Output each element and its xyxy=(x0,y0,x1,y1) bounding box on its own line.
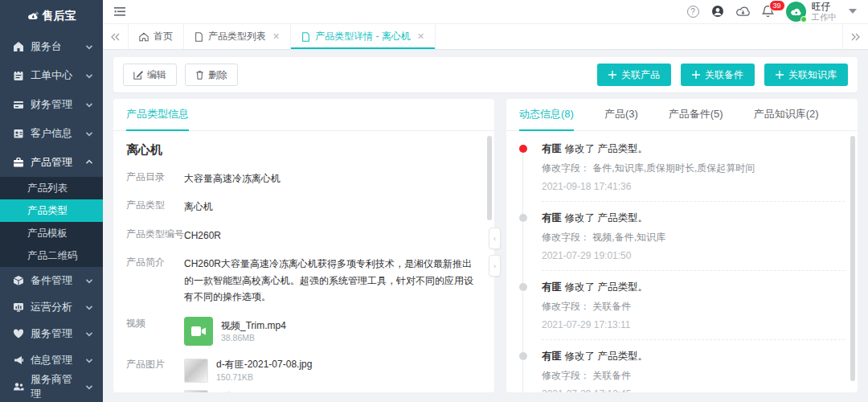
sidebar-subitem-product-list[interactable]: 产品列表 xyxy=(0,177,103,199)
cloud-wrench-logo-icon xyxy=(27,10,39,22)
cloud-download-icon[interactable] xyxy=(736,6,750,17)
sidebar-subitem-product-type[interactable]: 产品类型 xyxy=(0,199,103,222)
sidebar-subitem-product-qrcode[interactable]: 产品二维码 xyxy=(0,244,103,267)
image-thumbnail xyxy=(184,359,208,383)
chevron-down-icon xyxy=(84,41,95,52)
tab-close-icon[interactable]: ✕ xyxy=(272,31,280,42)
sidebar-item-service-mgmt[interactable]: 服务管理 xyxy=(0,320,103,347)
collapse-right-icon[interactable]: › xyxy=(489,255,501,277)
chevron-down-icon xyxy=(84,128,95,139)
users-icon xyxy=(13,381,24,392)
tabs-scroll-left-icon[interactable] xyxy=(103,24,129,49)
activity-user: 有匪 xyxy=(542,351,562,362)
app-window: 售后宝 服务台 工单中心 财务管理 客户信息 产品管理 产品列表 xyxy=(0,0,868,402)
sidebar-item-label: 产品管理 xyxy=(31,155,72,170)
right-panel-scrollbar[interactable] xyxy=(850,136,855,381)
video-row: 视频 视频_Trim.mp4 38.86MB xyxy=(126,317,481,346)
tab-activity[interactable]: 动态信息(8) xyxy=(519,107,574,130)
activity-fields: 修改字段： 备件,知识库,质保期时长,质保起算时间 xyxy=(542,162,845,175)
sidebar-item-label: 信息管理 xyxy=(31,353,72,367)
collapse-left-icon[interactable]: ‹ xyxy=(489,228,501,249)
briefcase-icon xyxy=(13,157,24,168)
tab-product-type-info[interactable]: 产品类型信息 xyxy=(126,107,189,130)
timeline-dot xyxy=(519,283,527,291)
sidebar-item-analytics[interactable]: 运营分析 xyxy=(0,293,103,320)
delete-button[interactable]: 删除 xyxy=(185,64,238,86)
product-type-info-panel: 产品类型信息 离心机 产品目录 大容量高速冷冻离心机 产品类型 离心机 xyxy=(113,99,494,392)
chevron-down-icon xyxy=(84,302,95,313)
tab-product-type-detail[interactable]: 产品类型详情 - 离心机 ✕ xyxy=(291,24,436,49)
notifications-bell-icon[interactable]: 39 xyxy=(762,5,774,18)
document-icon xyxy=(194,32,203,42)
plus-icon xyxy=(776,71,784,79)
activity-fields: 修改字段： 视频,备件,知识库 xyxy=(542,231,845,244)
sidebar-item-finance[interactable]: 财务管理 xyxy=(0,90,103,119)
activity-entry: 有匪 修改了 产品类型。 修改字段： 关联备件 2021-07-29 17:12… xyxy=(519,350,845,392)
activity-entry: 有匪 修改了 产品类型。 修改字段： 备件,知识库,质保期时长,质保起算时间 2… xyxy=(519,142,845,202)
chevron-down-icon xyxy=(84,70,95,81)
toolbar-right-group: 关联产品 关联备件 关联知识库 xyxy=(588,64,848,86)
plus-icon xyxy=(692,71,700,79)
notification-badge: 39 xyxy=(769,0,785,11)
sidebar-item-label: 客户信息 xyxy=(31,126,72,141)
timeline-dot xyxy=(519,214,527,222)
tab-home[interactable]: 首页 xyxy=(129,24,184,49)
page-tabs: 首页 产品类型列表 ✕ 产品类型详情 - 离心机 ✕ xyxy=(103,24,868,50)
panel-splitter: ‹ › xyxy=(489,228,501,277)
field-row: 产品类型编号 CH260R xyxy=(126,228,481,244)
activity-panel: 动态信息(8) 产品(3) 产品备件(5) 产品知识库(2) 有匪 修改了 产品… xyxy=(506,99,858,392)
detail-panels: 产品类型信息 离心机 产品目录 大容量高速冷冻离心机 产品类型 离心机 xyxy=(113,99,858,392)
sidebar-item-providers[interactable]: 服务商管理 xyxy=(0,373,103,400)
document-icon xyxy=(301,32,310,42)
help-icon[interactable]: ? xyxy=(687,6,699,18)
sidebar-item-products[interactable]: 产品管理 xyxy=(0,148,103,177)
divider xyxy=(542,270,845,271)
link-product-button[interactable]: 关联产品 xyxy=(597,64,671,86)
main-area: ? 39 旺仔 工作中 xyxy=(103,0,868,402)
tab-label: 产品类型详情 - 离心机 xyxy=(315,30,411,43)
file-item[interactable]: 视频_Trim.mp4 38.86MB xyxy=(184,317,286,346)
user-menu-caret-icon[interactable] xyxy=(849,9,857,14)
field-row: 产品目录 大容量高速冷冻离心机 xyxy=(126,170,481,187)
sidebar-collapse-icon[interactable] xyxy=(114,6,126,17)
content-area: 编辑 删除 关联产品 关联备件 xyxy=(103,50,868,402)
action-toolbar: 编辑 删除 关联产品 关联备件 xyxy=(113,57,858,92)
tab-label: 首页 xyxy=(154,30,173,43)
field-row: 产品类型 离心机 xyxy=(126,199,481,215)
tab-close-icon[interactable]: ✕ xyxy=(417,31,424,42)
field-row: 产品简介 CH260R大容量高速冷冻离心机获得多项专利技术，是湘仪最新推出的一款… xyxy=(126,256,481,305)
megaphone-icon xyxy=(13,355,24,366)
chart-monitor-icon xyxy=(13,302,24,313)
id-card-icon xyxy=(13,128,24,139)
chevron-down-icon xyxy=(84,381,95,392)
online-status-dot xyxy=(800,16,807,23)
user-avatar[interactable] xyxy=(786,2,806,22)
sidebar-item-label: 服务管理 xyxy=(31,326,72,341)
sidebar-item-work-orders[interactable]: 工单中心 xyxy=(0,61,103,90)
tab-product-type-list[interactable]: 产品类型列表 ✕ xyxy=(184,24,291,49)
sidebar-item-customers[interactable]: 客户信息 xyxy=(0,119,103,148)
tab-product-parts[interactable]: 产品备件(5) xyxy=(669,107,723,130)
sidebar-item-spare-parts[interactable]: 备件管理 xyxy=(0,267,103,293)
sidebar-item-service-desk[interactable]: 服务台 xyxy=(0,32,103,61)
sidebar-subitem-product-template[interactable]: 产品模板 xyxy=(0,222,103,244)
tab-products[interactable]: 产品(3) xyxy=(604,107,638,130)
edit-button[interactable]: 编辑 xyxy=(123,64,177,86)
file-item[interactable]: d-有匪-2021-07-08.jpg 150.71KB xyxy=(184,358,313,382)
box-icon xyxy=(13,275,24,286)
file-item[interactable]: b-有匪-2021-07-08.jpg 199.87KB xyxy=(184,390,313,392)
trash-icon xyxy=(195,70,204,80)
link-knowledge-button[interactable]: 关联知识库 xyxy=(764,64,848,86)
image-thumbnail xyxy=(184,390,208,392)
timeline-dot xyxy=(519,145,527,153)
activity-fields: 修改字段： 关联备件 xyxy=(542,300,845,314)
sidebar-item-info-mgmt[interactable]: 信息管理 xyxy=(0,347,103,373)
tabs-scroll-right-icon[interactable] xyxy=(842,24,868,49)
finance-icon xyxy=(13,99,24,110)
link-parts-button[interactable]: 关联备件 xyxy=(681,64,755,86)
tab-product-knowledge[interactable]: 产品知识库(2) xyxy=(754,107,819,130)
chevron-down-icon xyxy=(84,355,95,366)
support-agent-icon[interactable] xyxy=(711,5,724,18)
timeline-dot xyxy=(519,352,527,360)
left-panel-scrollbar[interactable] xyxy=(487,136,492,220)
